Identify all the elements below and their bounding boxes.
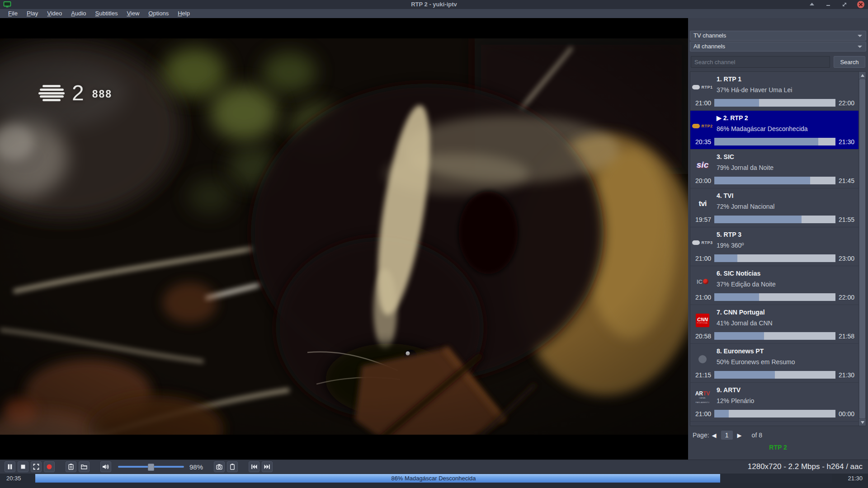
menu-options[interactable]: Options — [144, 9, 173, 18]
stop-button[interactable] — [18, 461, 28, 472]
channel-list-item[interactable]: ARTVCANAL PARLAMENTO 9. ARTV 12% Plenári… — [690, 383, 866, 422]
close-window-button[interactable] — [857, 1, 864, 8]
channel-list-item[interactable]: 8. Euronews PT 50% Euronews em Resumo 21… — [690, 344, 866, 383]
programme-end-time: 21:58 — [839, 333, 858, 340]
page-total: of 8 — [752, 432, 762, 439]
stop-icon — [19, 463, 27, 470]
screenshot-icon — [216, 463, 223, 470]
channel-list-scrollbar[interactable] — [859, 72, 866, 426]
screenshot-button[interactable] — [214, 461, 225, 472]
scrollbar-thumb[interactable] — [859, 79, 865, 418]
channel-group-value: TV channels — [693, 32, 726, 39]
channel-filter-select[interactable]: All channels — [690, 42, 866, 52]
channel-filter-value: All channels — [693, 43, 725, 50]
scroll-down-button[interactable] — [859, 419, 866, 426]
programme-progress-bar — [714, 332, 835, 340]
sicn-logo-icon: IC — [692, 273, 713, 290]
channel-list-item[interactable]: tvi 4. TVI 72% Jornal Nacional 19:57 21:… — [690, 188, 866, 227]
volume-handle[interactable] — [148, 464, 154, 471]
prev-channel-button[interactable] — [249, 461, 259, 472]
current-channel-name: RTP 2 — [690, 444, 866, 451]
euronews-logo-icon — [692, 351, 713, 367]
menu-subtitles[interactable]: Subtitles — [91, 9, 123, 18]
channel-name: 4. TVI — [717, 192, 733, 199]
volume-percent: 98% — [189, 463, 206, 471]
channel-list-item[interactable]: CNNPORTUGAL 7. CNN Portugal 41% Jornal d… — [690, 305, 866, 344]
clipboard-button[interactable] — [227, 461, 238, 472]
menu-help[interactable]: Help — [173, 9, 194, 18]
maximize-window-button[interactable] — [841, 1, 848, 8]
search-button[interactable]: Search — [834, 56, 865, 68]
programme-end-time: 21:30 — [839, 138, 858, 145]
rtp-logo-icon: RTP3 — [692, 235, 713, 251]
artv-logo-icon: ARTVCANAL PARLAMENTO — [692, 390, 713, 406]
programme-progress-bar — [714, 293, 835, 301]
programme-start-time: 21:15 — [692, 371, 711, 379]
channel-name: 1. RTP 1 — [717, 75, 741, 83]
channel-name: 7. CNN Portugal — [717, 309, 765, 316]
menu-audio[interactable]: Audio — [66, 9, 90, 18]
menu-bar: FilePlayVideoAudioSubtitlesViewOptionsHe… — [0, 9, 868, 18]
search-input[interactable] — [691, 56, 830, 68]
programme-end-label: 21:30 — [848, 474, 863, 483]
programme-progress-bar — [714, 138, 835, 145]
record-button[interactable] — [44, 461, 55, 472]
title-bar[interactable]: RTP 2 - yuki-iptv — [0, 0, 868, 9]
programme-progress-bar — [714, 254, 835, 262]
rtp-logo-icon — [38, 84, 65, 103]
video-surface[interactable]: 2 888 — [0, 18, 688, 460]
programme-end-time: 22:00 — [839, 99, 858, 107]
programme-progress-bar — [714, 177, 835, 184]
programme-end-time: 21:55 — [839, 216, 858, 223]
channel-list: RTP1 1. RTP 1 37% Há-de Haver Uma Lei 21… — [690, 71, 866, 426]
fullscreen-icon — [33, 463, 40, 470]
volume-icon — [102, 463, 110, 470]
prev-page-button[interactable]: ◀ — [709, 432, 719, 439]
application-window: RTP 2 - yuki-iptv FilePlayVideoAudioSubt… — [0, 0, 868, 488]
channel-name: ▶ 2. RTP 2 — [717, 114, 748, 122]
menu-view[interactable]: View — [122, 9, 144, 18]
channel-list-item[interactable]: RTP2 ▶ 2. RTP 2 86% Madagáscar Desconhec… — [690, 111, 866, 150]
channel-list-item[interactable]: IC 6. SIC Notícias 37% Edição da Noite 2… — [690, 266, 866, 305]
chevron-down-icon — [858, 46, 862, 48]
chevron-down-icon — [858, 35, 862, 37]
channel-watermark: 2 888 — [38, 82, 112, 104]
menu-file[interactable]: File — [4, 9, 22, 18]
programme-start-time: 21:00 — [692, 255, 711, 262]
page-current[interactable]: 1 — [721, 431, 733, 440]
channel-list-item[interactable]: sic 3. SIC 79% Jornal da Noite 20:00 21:… — [690, 150, 866, 188]
programme-start-time: 20:35 — [692, 138, 711, 145]
window-title: RTP 2 - yuki-iptv — [0, 0, 868, 9]
channels-panel: TV channels All channels Search RTP1 1. … — [688, 18, 868, 460]
next-channel-button[interactable] — [262, 461, 273, 472]
seek-bar: 20:35 86% Madagáscar Desconhecida 21:30 — [0, 474, 868, 488]
minimize-window-button[interactable] — [825, 1, 832, 8]
triangle-up-icon — [861, 74, 864, 77]
menu-play[interactable]: Play — [22, 9, 42, 18]
programme-progress-bar — [714, 99, 835, 107]
fullscreen-button[interactable] — [31, 461, 42, 472]
record-icon — [46, 463, 53, 470]
programme-start-time: 21:00 — [692, 410, 711, 418]
volume-button[interactable] — [100, 461, 111, 472]
programme-start-time: 20:58 — [692, 333, 711, 340]
programme-start-time: 19:57 — [692, 216, 711, 223]
menu-video[interactable]: Video — [42, 9, 66, 18]
prev-channel-icon — [250, 463, 258, 470]
open-folder-button[interactable] — [79, 461, 90, 472]
close-icon — [859, 3, 863, 6]
shade-window-button[interactable] — [808, 1, 816, 8]
channel-programme: 12% Plenário — [717, 397, 754, 404]
channel-group-select[interactable]: TV channels — [690, 31, 866, 41]
tv-guide-button[interactable] — [66, 461, 76, 472]
pause-button[interactable] — [5, 461, 15, 472]
next-page-button[interactable]: ▶ — [735, 432, 745, 439]
tvi-logo-icon: tvi — [692, 196, 713, 212]
seek-track[interactable]: 86% Madagáscar Desconhecida — [35, 474, 832, 483]
scroll-up-button[interactable] — [859, 72, 866, 79]
open-folder-icon — [80, 463, 88, 470]
channel-list-item[interactable]: RTP1 1. RTP 1 37% Há-de Haver Uma Lei 21… — [690, 72, 866, 111]
channel-list-item[interactable]: RTP3 5. RTP 3 19% 360º 21:00 23:00 — [690, 227, 866, 266]
volume-slider[interactable] — [118, 462, 184, 471]
channel-programme: 72% Jornal Nacional — [717, 203, 774, 210]
